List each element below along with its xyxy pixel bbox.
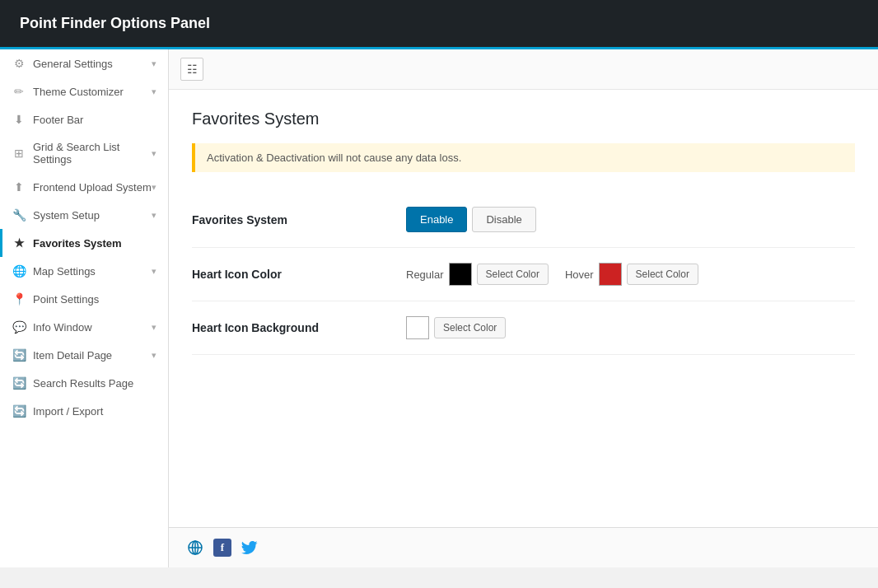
twitter-icon[interactable] bbox=[240, 538, 259, 558]
system-setup-icon: 🔧 bbox=[12, 208, 26, 222]
notice-bar: Activation & Deactivation will not cause… bbox=[192, 143, 855, 172]
sidebar-item-grid-search-list[interactable]: ⊞Grid & Search List Settings▾ bbox=[0, 133, 168, 173]
globe-icon[interactable] bbox=[185, 538, 205, 558]
background-color-swatch bbox=[406, 316, 429, 339]
footer: f bbox=[169, 527, 878, 567]
favorites-system-control: Enable Disable bbox=[406, 207, 536, 232]
point-settings-icon: 📍 bbox=[12, 292, 26, 306]
map-settings-icon: 🌐 bbox=[12, 264, 26, 278]
favorites-system-row: Favorites System Enable Disable bbox=[192, 192, 855, 248]
main-panel: ☷ Favorites System Activation & Deactiva… bbox=[169, 49, 878, 567]
general-settings-chevron-icon: ▾ bbox=[152, 58, 156, 69]
import-export-icon: 🔄 bbox=[12, 404, 26, 418]
favorites-system-label: Favorites System bbox=[192, 213, 406, 226]
regular-color-swatch bbox=[449, 263, 472, 286]
disable-button[interactable]: Disable bbox=[472, 207, 535, 232]
regular-color-group: Regular Select Color bbox=[406, 263, 549, 286]
main-content: Favorites System Activation & Deactivati… bbox=[169, 90, 878, 527]
heart-icon-color-row: Heart Icon Color Regular Select Color Ho… bbox=[192, 248, 855, 301]
sidebar-item-general-settings[interactable]: ⚙General Settings▾ bbox=[0, 49, 168, 77]
heart-icon-background-label: Heart Icon Background bbox=[192, 321, 406, 334]
search-results-page-icon: 🔄 bbox=[12, 376, 26, 390]
theme-customizer-icon: ✏ bbox=[12, 85, 26, 98]
facebook-icon[interactable]: f bbox=[213, 539, 231, 557]
sidebar-item-import-export[interactable]: 🔄Import / Export bbox=[0, 397, 168, 425]
item-detail-page-icon: 🔄 bbox=[12, 348, 26, 362]
layout: ⚙General Settings▾✏Theme Customizer▾⬇Foo… bbox=[0, 49, 878, 567]
import-export-label: Import / Export bbox=[33, 405, 103, 418]
regular-select-color-button[interactable]: Select Color bbox=[477, 264, 549, 285]
heart-icon-color-label: Heart Icon Color bbox=[192, 268, 406, 281]
point-settings-label: Point Settings bbox=[33, 293, 99, 306]
frontend-upload-icon: ⬆ bbox=[12, 180, 26, 194]
sidebar-item-footer-bar[interactable]: ⬇Footer Bar bbox=[0, 105, 168, 133]
sidebar-item-item-detail-page[interactable]: 🔄Item Detail Page▾ bbox=[0, 341, 168, 369]
map-settings-label: Map Settings bbox=[33, 265, 96, 278]
hover-select-color-button[interactable]: Select Color bbox=[627, 264, 698, 285]
system-setup-label: System Setup bbox=[33, 209, 100, 222]
sidebar-item-info-window[interactable]: 💬Info Window▾ bbox=[0, 313, 168, 341]
header-title: Point Finder Options Panel bbox=[20, 15, 210, 31]
sidebar: ⚙General Settings▾✏Theme Customizer▾⬇Foo… bbox=[0, 49, 169, 567]
header: Point Finder Options Panel bbox=[0, 0, 878, 49]
grid-search-list-label: Grid & Search List Settings bbox=[33, 141, 152, 166]
regular-label: Regular bbox=[406, 268, 444, 281]
footer-bar-label: Footer Bar bbox=[33, 114, 83, 126]
section-title: Favorites System bbox=[192, 110, 855, 128]
background-select-color-button[interactable]: Select Color bbox=[434, 317, 506, 338]
item-detail-page-chevron-icon: ▾ bbox=[152, 350, 156, 361]
sidebar-item-map-settings[interactable]: 🌐Map Settings▾ bbox=[0, 257, 168, 285]
general-settings-label: General Settings bbox=[33, 58, 113, 70]
footer-bar-icon: ⬇ bbox=[12, 113, 26, 126]
info-window-label: Info Window bbox=[33, 321, 92, 334]
theme-customizer-label: Theme Customizer bbox=[33, 86, 124, 98]
sidebar-item-theme-customizer[interactable]: ✏Theme Customizer▾ bbox=[0, 77, 168, 105]
hover-label: Hover bbox=[565, 268, 594, 281]
system-setup-chevron-icon: ▾ bbox=[152, 210, 156, 221]
hover-color-swatch bbox=[599, 263, 622, 286]
sidebar-item-favorites-system[interactable]: ★Favorites System bbox=[0, 229, 168, 257]
item-detail-page-label: Item Detail Page bbox=[33, 349, 112, 362]
grid-search-list-chevron-icon: ▾ bbox=[152, 148, 156, 159]
map-settings-chevron-icon: ▾ bbox=[152, 266, 156, 277]
heart-icon-color-control: Regular Select Color Hover Select Color bbox=[406, 263, 710, 286]
grid-search-list-icon: ⊞ bbox=[12, 147, 26, 160]
frontend-upload-label: Frontend Upload System bbox=[33, 181, 152, 194]
main-toolbar: ☷ bbox=[169, 49, 878, 90]
heart-icon-background-control: Select Color bbox=[406, 316, 506, 339]
favorites-system-label: Favorites System bbox=[33, 237, 122, 250]
sidebar-item-search-results-page[interactable]: 🔄Search Results Page bbox=[0, 369, 168, 397]
theme-customizer-chevron-icon: ▾ bbox=[152, 86, 156, 97]
favorites-system-icon: ★ bbox=[12, 236, 26, 250]
toolbar-view-icon[interactable]: ☷ bbox=[180, 58, 203, 81]
sidebar-item-point-settings[interactable]: 📍Point Settings bbox=[0, 285, 168, 313]
hover-color-group: Hover Select Color bbox=[565, 263, 698, 286]
general-settings-icon: ⚙ bbox=[12, 57, 26, 70]
search-results-page-label: Search Results Page bbox=[33, 377, 133, 390]
notice-text: Activation & Deactivation will not cause… bbox=[207, 152, 461, 164]
sidebar-item-system-setup[interactable]: 🔧System Setup▾ bbox=[0, 201, 168, 229]
enable-button[interactable]: Enable bbox=[406, 207, 467, 232]
info-window-chevron-icon: ▾ bbox=[152, 322, 156, 333]
frontend-upload-chevron-icon: ▾ bbox=[152, 182, 156, 193]
info-window-icon: 💬 bbox=[12, 320, 26, 334]
sidebar-item-frontend-upload[interactable]: ⬆Frontend Upload System▾ bbox=[0, 173, 168, 201]
heart-icon-background-row: Heart Icon Background Select Color bbox=[192, 301, 855, 355]
